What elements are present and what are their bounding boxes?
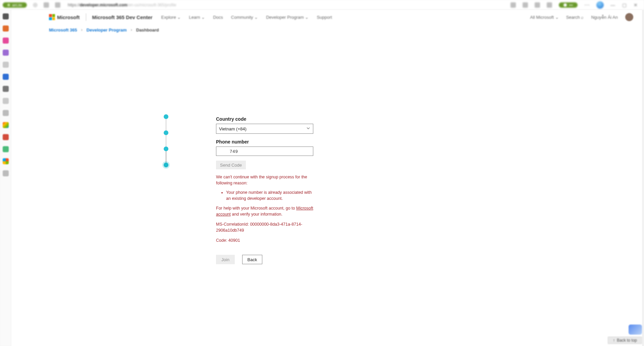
window-minimize-icon[interactable]: — [610,3,615,7]
scrollbar[interactable] [642,10,644,346]
error-code: Code: 40901 [216,237,313,243]
taskbar-app-icon[interactable] [3,110,9,116]
join-button: Join [216,255,235,264]
back-to-top-button[interactable]: ↑ ↑ Back to top Back to top [608,337,642,344]
nav-item[interactable]: Explore ⌄ [161,15,181,20]
phone-number-input[interactable] [216,147,313,156]
step-4-icon[interactable] [164,163,168,167]
search-icon[interactable]: Search ⌕ [566,15,584,20]
nav-item[interactable]: Support [317,15,332,20]
breadcrumb: Microsoft 365 › Developer Program › Dash… [11,24,644,36]
profile-avatar-icon[interactable] [596,1,604,9]
os-taskbar [0,10,11,346]
breadcrumb-current: Dashboard [136,27,159,33]
error-intro: We can't continue with the signup proces… [216,174,313,186]
tab-close-icon[interactable] [33,3,38,7]
breadcrumb-link[interactable]: Microsoft 365 [49,27,77,33]
recaptcha-badge-icon [629,325,642,335]
taskbar-app-icon[interactable] [3,146,9,152]
error-correlation-id: MS-CorrelationId: 00000000-8da3-471a-871… [216,221,313,233]
browser-chrome: airLite https://developer.microsoft.com/… [0,0,644,10]
taskbar-app-icon[interactable] [3,38,9,44]
country-code-value: Vietnam (+84) [219,126,247,131]
step-1-icon[interactable] [164,114,168,119]
account-icon[interactable] [547,2,552,8]
taskbar-app-icon[interactable] [3,86,9,92]
back-button[interactable]: Back [242,255,262,264]
breadcrumb-link[interactable]: Developer Program [87,27,127,33]
browser-left-pill: airLite [3,2,27,8]
nav-item[interactable]: Community ⌄ [231,15,258,20]
taskbar-app-icon[interactable] [3,62,9,68]
taskbar-app-icon[interactable] [3,98,9,104]
country-code-label: Country code [216,116,313,122]
star-icon[interactable] [511,2,516,8]
taskbar-app-icon[interactable] [3,122,9,128]
error-bullet: Your phone number is already associated … [226,189,313,201]
taskbar-app-icon[interactable] [3,170,9,176]
chevron-right-icon: › [131,27,132,32]
new-tab-icon[interactable] [44,2,49,8]
user-name[interactable]: Nguyễn Ái An [591,15,618,20]
nav-item[interactable]: Learn ⌄ [189,15,205,20]
phone-number-label: Phone number [216,139,313,145]
extensions-icon[interactable] [523,2,528,8]
site-title[interactable]: Microsoft 365 Dev Center [92,14,153,20]
taskbar-app-icon[interactable] [3,158,9,164]
chevron-down-icon [306,126,310,131]
download-icon[interactable] [535,2,540,8]
reload-icon[interactable] [55,2,60,8]
user-avatar-icon[interactable] [625,13,633,21]
chevron-right-icon: › [81,27,83,32]
country-code-select[interactable]: Vietnam (+84) [216,124,313,134]
nav-item[interactable]: Docs [213,15,223,20]
page-body: Microsoft Microsoft 365 Dev Center Explo… [11,10,644,346]
error-block: We can't continue with the signup proces… [216,174,313,243]
site-header: Microsoft Microsoft 365 Dev Center Explo… [11,10,644,24]
step-2-icon[interactable] [164,130,168,135]
header-right: All Microsoft ⌄ Search ⌕ Nguyễn Ái An [530,13,633,21]
taskbar-app-icon[interactable] [3,74,9,80]
all-microsoft-menu[interactable]: All Microsoft ⌄ [530,15,558,20]
step-3-icon[interactable] [164,147,168,151]
taskbar-app-icon[interactable] [3,50,9,56]
address-bar[interactable]: https://developer.microsoft.com/en-us/mi… [68,3,176,7]
divider [86,13,86,21]
arrow-up-icon: ↑ [613,338,615,343]
form-actions: Join Back [216,255,313,264]
browser-right-pill[interactable]: ••• [559,2,578,8]
brand-text[interactable]: Microsoft [57,14,80,20]
nav-item[interactable]: Developer Program ⌄ [266,15,309,20]
primary-nav: Explore ⌄ Learn ⌄ Docs Community ⌄ Devel… [161,15,332,20]
more-icon[interactable]: ⋯ [584,2,590,8]
taskbar-app-icon[interactable] [3,13,9,19]
taskbar-app-icon[interactable] [3,25,9,32]
error-help: For help with your Microsoft account, go… [216,205,313,217]
microsoft-logo-icon[interactable] [49,14,55,20]
window-close-icon[interactable]: ✕ [633,3,638,7]
window-maximize-icon[interactable]: ▢ [622,3,627,7]
signup-form: Country code Vietnam (+84) Phone number … [216,116,313,264]
send-code-button: Send Code [216,161,246,169]
taskbar-app-icon[interactable] [3,134,9,140]
